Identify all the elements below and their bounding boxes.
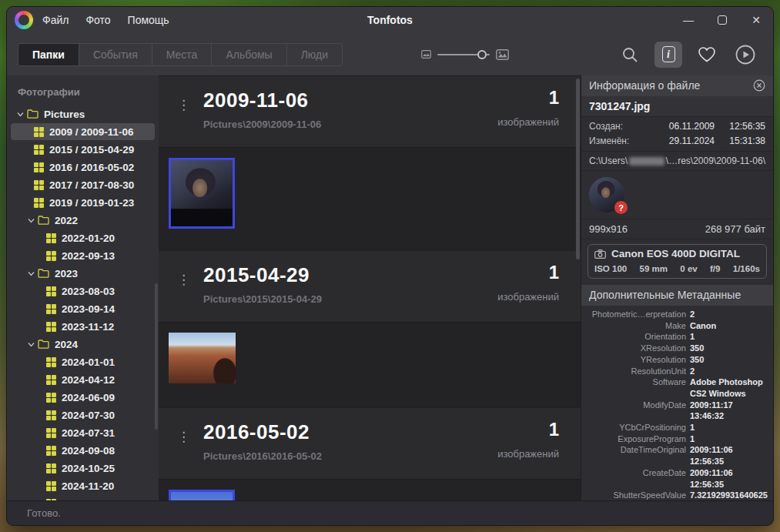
folder-icon	[38, 216, 49, 225]
metadata-key: DateTimeOriginal	[581, 444, 686, 467]
minimize-button[interactable]: —	[671, 7, 705, 33]
tree-item-label: Pictures	[44, 109, 85, 120]
metadata-value: 2	[690, 309, 695, 320]
tab-[interactable]: Папки	[18, 43, 79, 66]
tab-[interactable]: Места	[152, 43, 213, 66]
tree-item-2024-01-01[interactable]: 2024-01-01	[11, 353, 155, 370]
zoom-slider[interactable]	[437, 50, 490, 59]
metadata-key: Make	[581, 320, 686, 332]
tree-item-2023-08-03[interactable]: 2023-08-03	[11, 283, 155, 299]
tree-item-2019-2019-01-23[interactable]: 2019 / 2019-01-23	[11, 194, 155, 211]
sidebar-scrollbar[interactable]	[155, 283, 158, 430]
grid-icon	[34, 145, 44, 155]
content-scrollbar[interactable]	[576, 79, 580, 259]
menu-item-[interactable]: Помощь	[128, 14, 169, 26]
photo-thumbnail[interactable]	[169, 333, 236, 383]
tree-folder-2023[interactable]: 2023	[11, 265, 155, 282]
close-button[interactable]: ✕	[739, 7, 773, 33]
metadata-row: SoftwareAdobe Photoshop CS2 Windows	[581, 376, 768, 399]
tab-[interactable]: Альбомы	[211, 43, 286, 66]
photo-thumbnail[interactable]	[169, 158, 235, 229]
photo-group-2009-11-06: ⋮2009-11-06Pictures\2009\2009-11-061изоб…	[159, 75, 581, 250]
menu-item-[interactable]: Файл	[42, 14, 69, 26]
metadata-key: YResolution	[581, 354, 686, 366]
unknown-person-badge[interactable]: ?	[614, 201, 628, 214]
tree-item-2024-06-09[interactable]: 2024-06-09	[11, 389, 155, 406]
tree-item-2016-2016-05-02[interactable]: 2016 / 2016-05-02	[11, 159, 155, 176]
metadata-value: 1	[690, 422, 695, 433]
tree-item-2024-07-30[interactable]: 2024-07-30	[11, 407, 155, 423]
zoom-slider-knob[interactable]	[477, 50, 487, 59]
file-info-panel: Информация о файле 7301247.jpg Создан: 0…	[581, 75, 773, 500]
close-panel-icon[interactable]	[753, 79, 765, 92]
photo-group-2015-04-29: ⋮2015-04-29Pictures\2015\2015-04-291изоб…	[159, 250, 581, 407]
status-bar: Готово.	[7, 500, 773, 525]
created-date: 06.11.2009	[648, 121, 715, 132]
tree-item-label: 2016 / 2016-05-02	[49, 162, 134, 173]
grid-icon	[46, 286, 56, 296]
camera-iso: ISO 100	[594, 264, 627, 273]
info-button[interactable]: i	[654, 42, 682, 68]
window-title: Tonfotos	[367, 14, 413, 26]
tab-[interactable]: События	[79, 43, 152, 66]
tree-folder-2024[interactable]: 2024	[11, 336, 155, 353]
folder-icon	[38, 340, 49, 349]
grid-icon	[46, 251, 56, 261]
tree-item-2024-04-12[interactable]: 2024-04-12	[11, 371, 155, 388]
tree-folder-2022[interactable]: 2022	[11, 212, 155, 229]
photo-thumbnail[interactable]: ?	[589, 177, 624, 212]
slideshow-button[interactable]	[731, 42, 759, 68]
tree-item-2024-09-08[interactable]: 2024-09-08	[11, 442, 155, 459]
tree-item-label: 2024-07-30	[62, 410, 115, 421]
app-logo-icon	[15, 11, 33, 29]
tree-item-2023-11-12[interactable]: 2023-11-12	[11, 318, 155, 335]
grid-icon	[46, 499, 56, 501]
metadata-row: DateTimeOriginal2009:11:06 12:56:35	[581, 444, 768, 467]
kebab-menu-icon[interactable]: ⋮	[177, 277, 190, 283]
tree-item-label: 2023-08-03	[62, 286, 115, 297]
tree-item-label: 2024-11-24	[62, 498, 114, 501]
tree-item-2024-07-31[interactable]: 2024-07-31	[11, 424, 155, 441]
modified-label: Изменён:	[589, 136, 648, 146]
tree-item-2022-01-20[interactable]: 2022-01-20	[11, 229, 155, 246]
tree-item-2009-2009-11-06[interactable]: 2009 / 2009-11-06	[11, 123, 155, 140]
kebab-menu-icon[interactable]: ⋮	[177, 102, 190, 109]
tree-item-2024-11-20[interactable]: 2024-11-20	[11, 477, 155, 494]
metadata-key: Photometric…erpretation	[581, 309, 686, 320]
main-area: Фотографии Pictures2009 / 2009-11-062015…	[7, 75, 773, 500]
metadata-value: 350	[690, 343, 704, 354]
tree-item-2022-09-13[interactable]: 2022-09-13	[11, 247, 155, 264]
tree-item-2024-10-25[interactable]: 2024-10-25	[11, 460, 155, 477]
titlebar: ФайлФотоПомощь Tonfotos — ✕	[7, 7, 773, 33]
metadata-key: ModifyDate	[581, 400, 686, 422]
file-path: C:\Users\\…res\2009\2009-11-06\	[581, 151, 773, 171]
tree-item-label: 2017 / 2017-08-30	[49, 179, 134, 191]
search-button[interactable]	[616, 42, 644, 68]
tree-item-label: 2019 / 2019-01-23	[49, 197, 134, 209]
created-time: 12:56:35	[715, 121, 765, 132]
tree-item-2017-2017-08-30[interactable]: 2017 / 2017-08-30	[11, 176, 155, 193]
favorites-button[interactable]	[693, 42, 721, 68]
folder-icon	[38, 269, 49, 278]
grid-icon	[46, 446, 56, 456]
tab-[interactable]: Люди	[286, 43, 343, 66]
metadata-row: YCbCrPositioning1	[581, 422, 768, 433]
menu-item-[interactable]: Фото	[85, 14, 110, 26]
maximize-icon	[718, 15, 727, 25]
tree-item-2024-11-24[interactable]: 2024-11-24	[11, 495, 155, 500]
maximize-button[interactable]	[705, 7, 739, 33]
tree-folder-pictures[interactable]: Pictures	[11, 105, 155, 122]
metadata-key: ShutterSpeedValue	[581, 490, 686, 500]
metadata-value: Adobe Photoshop CS2 Windows	[690, 376, 768, 399]
tree-item-2015-2015-04-29[interactable]: 2015 / 2015-04-29	[11, 141, 155, 158]
group-count-value: 1	[497, 419, 559, 440]
photo-grid-content: ⋮2009-11-06Pictures\2009\2009-11-061изоб…	[159, 75, 581, 500]
metadata-list: Photometric…erpretation2MakeCanonOrienta…	[581, 306, 773, 500]
metadata-row: MakeCanon	[581, 320, 768, 332]
tree-item-2023-09-14[interactable]: 2023-09-14	[11, 300, 155, 317]
photo-thumbnail[interactable]	[169, 490, 235, 500]
kebab-menu-icon[interactable]: ⋮	[177, 434, 190, 440]
grid-icon	[46, 428, 56, 438]
metadata-row: CreateDate2009:11:06 12:56:35	[581, 467, 768, 490]
tree-item-label: 2022-01-20	[62, 233, 115, 244]
